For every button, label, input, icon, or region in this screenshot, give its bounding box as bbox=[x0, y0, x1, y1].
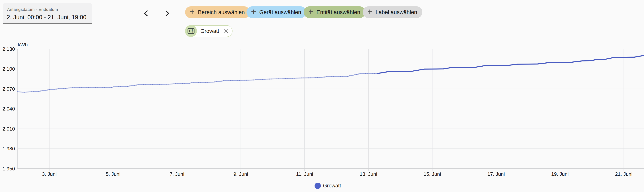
svg-text:9. Juni: 9. Juni bbox=[234, 171, 248, 177]
svg-text:kWh: kWh bbox=[18, 42, 28, 47]
legend-dot-icon bbox=[314, 183, 321, 189]
svg-text:15. Juni: 15. Juni bbox=[424, 171, 441, 177]
svg-text:21. Juni: 21. Juni bbox=[615, 171, 632, 177]
legend-label: Growatt bbox=[323, 183, 341, 189]
svg-text:3. Juni: 3. Juni bbox=[42, 171, 57, 177]
svg-text:17. Juni: 17. Juni bbox=[488, 171, 505, 177]
statistics-line-chart[interactable]: 3. Juni5. Juni7. Juni9. Juni11. Juni13. … bbox=[0, 0, 644, 192]
svg-text:2.040: 2.040 bbox=[2, 106, 15, 112]
svg-text:1.980: 1.980 bbox=[2, 146, 15, 152]
svg-text:7. Juni: 7. Juni bbox=[170, 171, 184, 177]
svg-text:2.070: 2.070 bbox=[2, 86, 15, 92]
legend-item-growatt[interactable]: Growatt bbox=[314, 183, 341, 189]
svg-text:2.010: 2.010 bbox=[2, 126, 15, 132]
svg-text:19. Juni: 19. Juni bbox=[551, 171, 569, 177]
svg-text:1.950: 1.950 bbox=[2, 166, 15, 172]
svg-text:2.130: 2.130 bbox=[2, 46, 15, 52]
svg-text:5. Juni: 5. Juni bbox=[106, 171, 120, 177]
svg-text:13. Juni: 13. Juni bbox=[360, 171, 377, 177]
svg-text:2.100: 2.100 bbox=[2, 66, 15, 72]
svg-text:11. Juni: 11. Juni bbox=[296, 171, 313, 177]
